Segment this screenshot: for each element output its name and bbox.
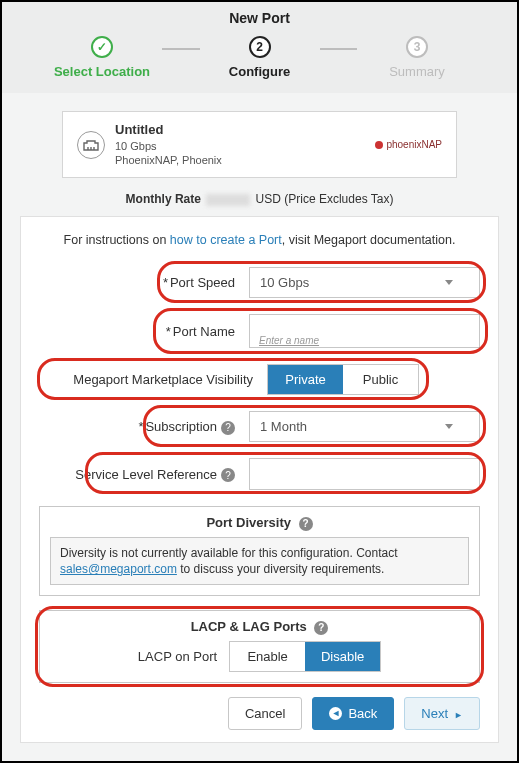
rate-label: Monthly Rate: [126, 192, 201, 206]
help-icon[interactable]: ?: [314, 621, 328, 635]
port-speed-select[interactable]: 10 Gbps: [249, 267, 480, 298]
lacp-title: LACP & LAG Ports ?: [50, 619, 469, 635]
step-label: Select Location: [54, 64, 150, 79]
step-connector: [162, 48, 200, 50]
row-port-name: *Port Name Enter a name: [39, 314, 480, 348]
partner-logo: phoenixNAP: [375, 139, 442, 150]
port-summary-card: Untitled 10 Gbps PhoenixNAP, Phoenix pho…: [62, 111, 457, 178]
step-label: Summary: [389, 64, 445, 79]
visibility-private-button[interactable]: Private: [268, 365, 343, 394]
instructions-text: For instructions on how to create a Port…: [39, 233, 480, 247]
step-number-icon: 2: [249, 36, 271, 58]
instruct-pre: For instructions on: [64, 233, 170, 247]
arrow-left-icon: ◄: [329, 707, 342, 720]
lacp-row-label: LACP on Port: [138, 649, 217, 664]
diversity-msg-post: to discuss your diversity requirements.: [177, 562, 384, 576]
row-subscription: *Subscription? 1 Month: [39, 411, 480, 442]
chevron-down-icon: [445, 280, 453, 285]
step-connector: [320, 48, 358, 50]
port-diversity-section: Port Diversity ? Diversity is not curren…: [39, 506, 480, 596]
configure-form-card: For instructions on how to create a Port…: [20, 216, 499, 742]
diversity-message: Diversity is not currently available for…: [50, 537, 469, 585]
top-bar: New Port Select Location 2 Configure 3 S…: [2, 2, 517, 93]
howto-link[interactable]: how to create a Port: [170, 233, 282, 247]
partner-name: phoenixNAP: [386, 139, 442, 150]
diversity-title: Port Diversity ?: [50, 515, 469, 531]
instruct-post: , visit Megaport documentation.: [282, 233, 456, 247]
summary-text: Untitled 10 Gbps PhoenixNAP, Phoenix: [115, 122, 222, 167]
arrow-right-icon: [454, 706, 463, 721]
sales-email-link[interactable]: sales@megaport.com: [60, 562, 177, 576]
stepper: Select Location 2 Configure 3 Summary: [2, 32, 517, 79]
label-slr: Service Level Reference?: [39, 467, 239, 483]
chevron-down-icon: [445, 424, 453, 429]
row-visibility: Megaport Marketplace Visibility Private …: [39, 364, 480, 395]
step-configure[interactable]: 2 Configure: [200, 36, 320, 79]
subscription-value: 1 Month: [260, 419, 307, 434]
label-port-name: *Port Name: [39, 324, 239, 339]
port-speed-value: 10 Gbps: [260, 275, 309, 290]
logo-dot-icon: [375, 141, 383, 149]
step-summary[interactable]: 3 Summary: [357, 36, 477, 79]
summary-speed: 10 Gbps: [115, 139, 222, 153]
help-icon[interactable]: ?: [299, 517, 313, 531]
row-slr: Service Level Reference?: [39, 458, 480, 490]
label-subscription: *Subscription?: [39, 419, 239, 435]
cancel-button[interactable]: Cancel: [228, 697, 302, 730]
visibility-public-button[interactable]: Public: [343, 365, 418, 394]
visibility-toggle: Private Public: [267, 364, 419, 395]
help-icon[interactable]: ?: [221, 421, 235, 435]
monthly-rate-line: Monthly Rate USD (Price Excludes Tax): [20, 192, 499, 206]
summary-location: PhoenixNAP, Phoenix: [115, 153, 222, 167]
lacp-section: LACP & LAG Ports ? LACP on Port Enable D…: [39, 610, 480, 683]
lacp-row: LACP on Port Enable Disable: [50, 641, 469, 672]
app-window: New Port Select Location 2 Configure 3 S…: [0, 0, 519, 763]
back-button[interactable]: ◄Back: [312, 697, 394, 730]
step-label: Configure: [229, 64, 290, 79]
port-name-input[interactable]: [249, 314, 480, 348]
label-visibility: Megaport Marketplace Visibility: [39, 372, 257, 387]
next-button[interactable]: Next: [404, 697, 480, 730]
page-title: New Port: [2, 8, 517, 32]
label-port-speed: *Port Speed: [39, 275, 239, 290]
step-select-location[interactable]: Select Location: [42, 36, 162, 79]
button-row: Cancel ◄Back Next: [39, 697, 480, 730]
check-icon: [91, 36, 113, 58]
lacp-toggle: Enable Disable: [229, 641, 381, 672]
step-number-icon: 3: [406, 36, 428, 58]
port-icon: [77, 131, 105, 159]
slr-input[interactable]: [249, 458, 480, 490]
rate-amount-hidden: [206, 194, 250, 206]
lacp-disable-button[interactable]: Disable: [305, 642, 380, 671]
diversity-msg-pre: Diversity is not currently available for…: [60, 546, 397, 560]
lacp-enable-button[interactable]: Enable: [230, 642, 305, 671]
content-area: Untitled 10 Gbps PhoenixNAP, Phoenix pho…: [2, 93, 517, 763]
help-icon[interactable]: ?: [221, 468, 235, 482]
summary-title: Untitled: [115, 122, 222, 139]
subscription-select[interactable]: 1 Month: [249, 411, 480, 442]
rate-suffix: USD (Price Excludes Tax): [256, 192, 394, 206]
row-port-speed: *Port Speed 10 Gbps: [39, 267, 480, 298]
